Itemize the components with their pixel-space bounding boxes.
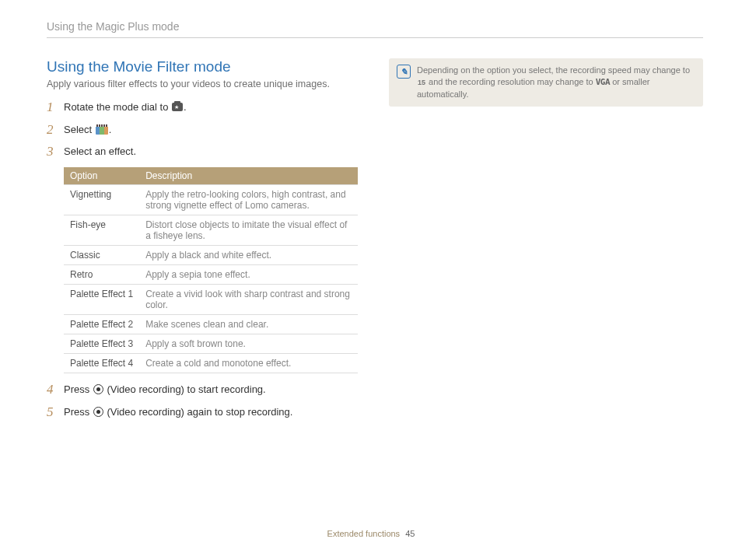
note-callout: ✎ Depending on the option you select, th… (389, 58, 703, 107)
step-4: 4 Press (Video recording) to start recor… (47, 383, 358, 397)
page-number: 45 (405, 529, 415, 538)
mode-dial-icon (172, 103, 183, 111)
page-subtitle: Apply various filter effects to your vid… (47, 79, 358, 89)
step-list: 1 Rotate the mode dial to . 2 Select . 3… (47, 100, 358, 159)
step-text: Select . (64, 123, 358, 137)
manual-page: Using the Magic Plus mode Using the Movi… (0, 0, 742, 427)
table-row: Palette Effect 1Create a vivid look with… (64, 285, 358, 315)
effects-table: Option Description VignettingApply the r… (64, 167, 358, 373)
table-row: RetroApply a sepia tone effect. (64, 265, 358, 285)
step-text: Press (Video recording) to start recordi… (64, 383, 358, 397)
step-2: 2 Select . (47, 123, 358, 138)
step-text: Press (Video recording) again to stop re… (64, 405, 358, 419)
section-header: Using the Magic Plus mode (47, 20, 703, 38)
step-number: 2 (47, 123, 64, 138)
note-text: Depending on the option you select, the … (417, 65, 695, 100)
step-5: 5 Press (Video recording) again to stop … (47, 405, 358, 420)
step-number: 3 (47, 145, 64, 159)
step-number: 4 (47, 383, 64, 397)
table-row: Palette Effect 3Apply a soft brown tone. (64, 334, 358, 354)
right-column: ✎ Depending on the option you select, th… (389, 58, 703, 427)
step-text: Select an effect. (64, 145, 358, 159)
th-option: Option (64, 167, 139, 185)
page-footer: Extended functions 45 (0, 529, 742, 538)
movie-filter-icon (96, 124, 108, 135)
step-1: 1 Rotate the mode dial to . (47, 100, 358, 115)
table-row: Palette Effect 4Create a cold and monoto… (64, 354, 358, 373)
table-row: Fish-eyeDistort close objects to imitate… (64, 215, 358, 246)
record-button-icon (93, 384, 103, 394)
step-3: 3 Select an effect. (47, 145, 358, 159)
vga-icon: VGA (596, 77, 610, 87)
record-button-icon (93, 407, 103, 417)
table-row: Palette Effect 2Make scenes clean and cl… (64, 315, 358, 334)
step-text: Rotate the mode dial to . (64, 100, 358, 114)
th-description: Description (139, 167, 358, 185)
fps-icon: 15 (417, 78, 426, 88)
note-icon: ✎ (397, 65, 411, 79)
table-row: ClassicApply a black and white effect. (64, 246, 358, 265)
step-list-cont: 4 Press (Video recording) to start recor… (47, 383, 358, 419)
table-row: VignettingApply the retro-looking colors… (64, 185, 358, 215)
footer-label: Extended functions (327, 529, 401, 538)
left-column: Using the Movie Filter mode Apply variou… (47, 58, 358, 427)
content-columns: Using the Movie Filter mode Apply variou… (47, 58, 703, 427)
page-title: Using the Movie Filter mode (47, 58, 358, 75)
step-number: 1 (47, 100, 64, 115)
step-number: 5 (47, 405, 64, 420)
